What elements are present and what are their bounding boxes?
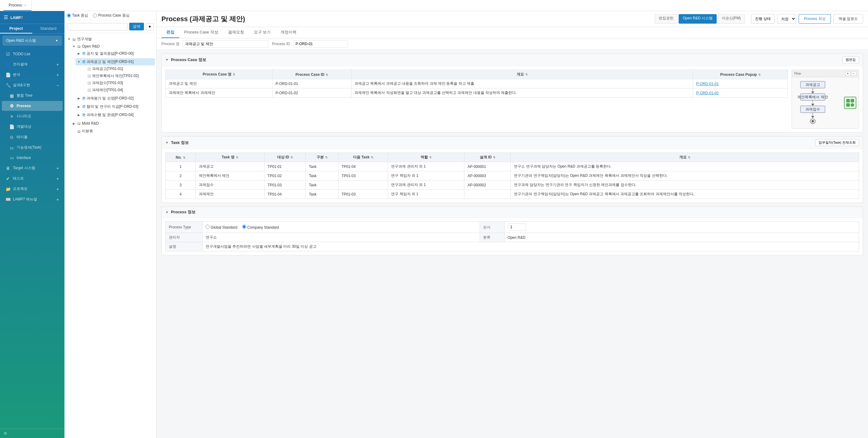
tree-toggle[interactable]: ▶	[77, 105, 81, 108]
sort-icon[interactable]: ⇅	[758, 73, 761, 76]
btn-task-all[interactable]: 업무절차(Task) 전체조회	[815, 139, 859, 146]
order-input[interactable]	[508, 223, 526, 231]
radio-company[interactable]: Company Standard	[242, 225, 279, 229]
search-dropdown[interactable]: ▼	[146, 23, 154, 30]
tree-toggle[interactable]: ▼	[67, 37, 71, 41]
tree-row-tp01-04[interactable]: ⬜ 과제제안[TP01-04]	[81, 87, 155, 94]
tab-pm[interactable]: 이순신(PM)	[718, 14, 745, 24]
tree-toggle[interactable]: ▶	[77, 113, 81, 117]
radio-global[interactable]: Global Standard	[206, 225, 237, 229]
tree-row-ord03[interactable]: ▶ Ⓟ 협약 및 연구비 지급[P-ORD-03]	[75, 103, 155, 110]
tree-row-openrd[interactable]: ▼ 🗂 Open R&D	[71, 43, 155, 50]
tree-toggle[interactable]: ▼	[72, 45, 76, 48]
cell-role: 연구 책임자 외 1	[388, 190, 464, 199]
plus-icon[interactable]: +	[57, 197, 59, 202]
sidebar-item-target[interactable]: 🖥 Target 시스템 +	[2, 163, 63, 173]
tree-row-tp01-03[interactable]: ⬜ 과제접수[TP01-03]	[81, 80, 155, 87]
sidebar-footer[interactable]: ⚙	[0, 429, 64, 438]
sidebar-item-payment[interactable]: 👤 전자결재 +	[2, 59, 63, 69]
diagram-zoom-out[interactable]: −	[851, 71, 856, 76]
folder-icon: 🗂	[78, 122, 81, 125]
minus-icon[interactable]: −	[57, 83, 59, 88]
task-section-header[interactable]: ▼ Task 정보 업무절차(Task) 전체조회	[162, 136, 863, 149]
process-id-input[interactable]	[293, 40, 348, 48]
btn-excel-upload[interactable]: 엑셀 업로드	[833, 14, 863, 24]
settings-icon[interactable]: ⚙	[4, 431, 7, 436]
chevron-down-icon: ▼	[55, 39, 58, 42]
btn-save[interactable]: 저장	[777, 14, 796, 24]
btn-process-write[interactable]: Process 작성	[799, 14, 831, 24]
sidebar-item-todo[interactable]: ☑ TODO List	[2, 49, 63, 59]
search-input[interactable]	[67, 23, 127, 30]
tab-openrd-system[interactable]: Open R&D 시스템	[679, 14, 716, 24]
th-popup: Process Case Popup⇅	[693, 70, 788, 79]
sidebar-item-manual[interactable]: 📖 LAMP7 매뉴얼 +	[2, 194, 63, 205]
tab-requirements[interactable]: 요구 보기	[249, 27, 276, 38]
system-selector[interactable]: Open R&D 시스템 ▼	[2, 36, 62, 46]
process-tab[interactable]: Process ×	[4, 0, 32, 11]
sort-icon[interactable]: ⇅	[232, 73, 235, 76]
diagram-preview: Flow + −	[792, 70, 859, 129]
tree-row-ord02[interactable]: ▶ Ⓟ 과제평가 및 선정[P-ORD-02]	[75, 95, 155, 102]
tree-node-root: ▼ 🗂 연구개발 ▼ 🗂 Open R&D	[66, 35, 155, 136]
process-name-input[interactable]	[182, 40, 268, 48]
sidebar-item-analysis[interactable]: 📄 분석 +	[2, 70, 63, 80]
sidebar-item-process[interactable]: ⚙ Process	[2, 101, 63, 111]
plus-icon[interactable]: +	[57, 72, 59, 77]
tree-toggle[interactable]: ▼	[77, 60, 81, 64]
tab-standard[interactable]: Standard	[32, 24, 64, 33]
sidebar-item-tree[interactable]: ▦ 통합 Tree	[2, 91, 63, 101]
svg-marker-11	[811, 116, 814, 118]
tree-row-unclassified[interactable]: 🗂 미분류	[71, 128, 155, 135]
process-info-header[interactable]: ▼ Process 정보	[162, 207, 863, 218]
case-popup-link[interactable]: P-ORD-01-02	[696, 91, 718, 95]
sidebar-item-scenario[interactable]: ≡ 시나리오	[2, 111, 63, 121]
tree-toggle[interactable]: ▶	[72, 122, 76, 125]
tree-row-ord00[interactable]: ▶ Ⓟ 공지 및 질의응답[P-ORD-00]	[75, 50, 155, 57]
tab-edit[interactable]: 편집	[161, 27, 179, 38]
process-case-section-header[interactable]: ▼ Process Case 정보 맵편집	[162, 54, 863, 66]
tab-editright[interactable]: 편집권한	[655, 14, 677, 24]
sidebar-item-table[interactable]: ⊙ 테이블	[2, 132, 63, 142]
sidebar-item-project[interactable]: 📁 프로젝트 +	[2, 184, 63, 194]
case-id-cell: P-ORD-01-02	[272, 88, 351, 98]
tab-project[interactable]: Project	[0, 24, 32, 33]
tree-row-root[interactable]: ▼ 🗂 연구개발	[66, 36, 155, 43]
tree-row-ord01[interactable]: ▼ Ⓟ 과제공고 및 제안[P-ORD-01]	[75, 58, 155, 65]
sort-icon[interactable]: ⇅	[525, 73, 528, 76]
tree-row-moldrd[interactable]: ▶ 🗂 Mold R&D	[71, 120, 155, 126]
plus-icon[interactable]: +	[57, 166, 59, 171]
search-button[interactable]: 검색	[129, 23, 144, 30]
tree-toggle[interactable]: ▶	[77, 52, 81, 55]
tab-process-case-write[interactable]: Process Case 작성	[179, 27, 223, 38]
tree-row-tp01-02[interactable]: ⬜ 제안목록에서 제안[TP01-02]	[81, 72, 155, 80]
tree-toggle[interactable]: ▶	[77, 97, 81, 100]
sidebar-item-test[interactable]: ✔ 테스트 +	[2, 174, 63, 184]
plus-icon[interactable]: +	[57, 62, 59, 67]
diagram-section: Process Case 명⇅ Process Case ID⇅ 개요⇅ Pro…	[165, 70, 859, 129]
sidebar-item-function[interactable]: ⚏ 기능명세(Task)	[2, 143, 63, 153]
process-case-table-wrap: Process Case 명⇅ Process Case ID⇅ 개요⇅ Pro…	[165, 70, 788, 129]
radio-task[interactable]: Task 중심	[67, 13, 88, 18]
radio-process-case[interactable]: Process Case 중심	[93, 13, 129, 18]
sidebar-item-devobj[interactable]: 📄 개발대상	[2, 122, 63, 132]
tab-close-icon[interactable]: ×	[24, 3, 26, 7]
diagram-zoom-in[interactable]: +	[845, 71, 850, 76]
hamburger-icon[interactable]: ☰	[4, 14, 8, 20]
sort-icon[interactable]: ⇅	[326, 73, 328, 76]
btn-status[interactable]: 진행 상태	[751, 14, 775, 24]
tree-row-tp01-01[interactable]: ⬜ 과제공고[TP01-01]	[81, 65, 155, 72]
plus-icon[interactable]: +	[57, 176, 59, 181]
plus-icon[interactable]: +	[57, 187, 59, 191]
process-type-label: Process Type	[166, 222, 203, 233]
content-area: Task 중심 Process Case 중심 검색 ▼ ▼ 🗂	[64, 11, 868, 438]
tree-row-ord04[interactable]: ▶ Ⓟ 과제수행 및 완료[P-ORD-04]	[75, 112, 155, 119]
th-design-id: 설계 ID⇅	[464, 153, 511, 162]
cell-next-task	[338, 181, 388, 190]
btn-map-edit[interactable]: 맵편집	[842, 56, 859, 63]
tab-approval[interactable]: 결재요청	[223, 27, 249, 38]
tab-revision-history[interactable]: 개정이력	[276, 27, 301, 38]
case-popup-link[interactable]: P-ORD-01-01	[696, 82, 718, 86]
sidebar-item-design[interactable]: 🔧 설계&구현 −	[2, 80, 63, 90]
sidebar-item-interface[interactable]: ▭ Interface	[2, 153, 63, 163]
